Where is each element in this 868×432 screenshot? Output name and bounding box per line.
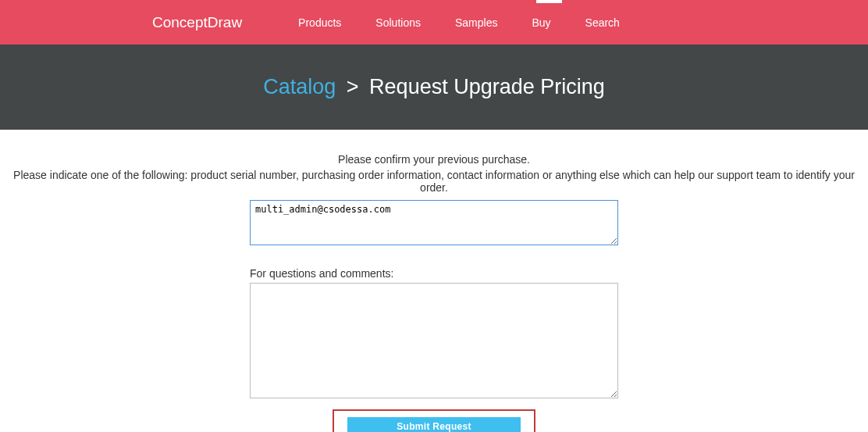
nav-buy[interactable]: Buy <box>514 0 567 45</box>
purchase-info-textarea[interactable] <box>250 200 618 245</box>
nav-search[interactable]: Search <box>568 0 637 45</box>
comments-textarea[interactable] <box>250 283 618 398</box>
main-content: Please confirm your previous purchase. P… <box>0 130 868 432</box>
page-subheader: Catalog > Request Upgrade Pricing <box>0 45 868 130</box>
nav-samples[interactable]: Samples <box>438 0 514 45</box>
nav-products[interactable]: Products <box>281 0 358 45</box>
nav-solutions[interactable]: Solutions <box>358 0 438 45</box>
submit-request-button[interactable]: Submit Request <box>347 417 521 432</box>
brand-logo[interactable]: ConceptDraw <box>152 14 242 31</box>
breadcrumb-current: Request Upgrade Pricing <box>369 75 605 98</box>
instruction-line-1: Please confirm your previous purchase. <box>0 153 868 166</box>
comments-label: For questions and comments: <box>250 267 618 280</box>
breadcrumb-catalog-link[interactable]: Catalog <box>263 75 336 98</box>
submit-highlight-box: Submit Request <box>333 409 535 432</box>
top-navbar: ConceptDraw Products Solutions Samples B… <box>0 0 868 45</box>
instruction-line-2: Please indicate one of the following: pr… <box>0 169 868 194</box>
form-field-wrap: For questions and comments: <box>250 200 618 402</box>
breadcrumb: Catalog > Request Upgrade Pricing <box>263 75 605 99</box>
breadcrumb-separator: > <box>347 75 359 98</box>
